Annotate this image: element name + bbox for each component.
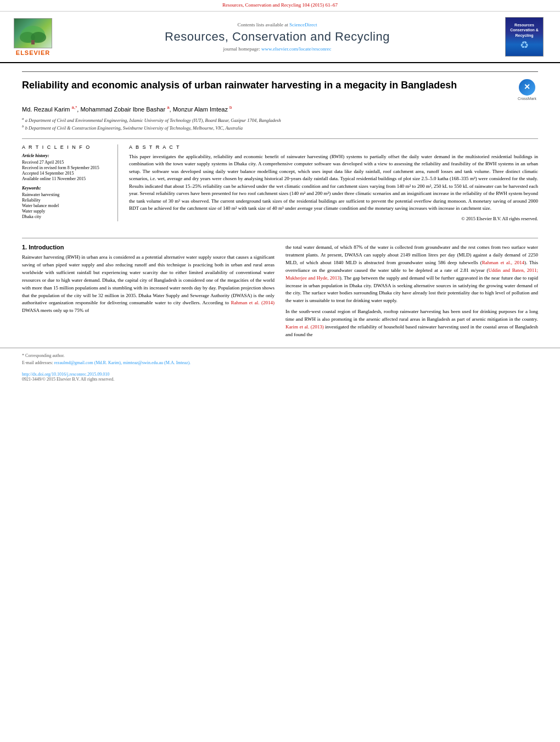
abstract-column: A B S T R A C T This paper investigates …: [129, 144, 538, 221]
keyword-2: Reliability: [22, 198, 111, 203]
resources-logo-box: ResourcesConservation &Recycling ♻: [505, 17, 544, 57]
article-history: Article history: Received 27 April 2015 …: [22, 153, 111, 181]
affiliation-a: a a Department of Civil and Environmenta…: [22, 116, 538, 124]
online-date: Available online 11 November 2015: [22, 176, 111, 181]
keyword-1: Rainwater harvesting: [22, 192, 111, 197]
contents-line: Contents lists available at ScienceDirec…: [66, 22, 489, 27]
resources-logo-text: ResourcesConservation &Recycling: [510, 23, 539, 37]
abstract-heading: A B S T R A C T: [129, 144, 538, 150]
elsevier-tree-icon: [16, 24, 49, 46]
sciencedirect-link[interactable]: ScienceDirect: [289, 22, 317, 27]
recycle-icon: ♻: [520, 39, 529, 51]
journal-homepage: journal homepage: www.elsevier.com/locat…: [66, 46, 489, 52]
history-subheading: Article history:: [22, 153, 111, 158]
resources-conservation-logo: ResourcesConservation &Recycling ♻: [500, 17, 544, 57]
elsevier-logo: ELSEVIER: [11, 18, 55, 56]
rahman-2014-ref-2[interactable]: Rahman et al., 2014: [482, 260, 524, 265]
keyword-4: Water supply: [22, 209, 111, 214]
article-content: Reliability and economic analysis of urb…: [0, 63, 560, 232]
footnotes-area: * Corresponding author. E-mail addresses…: [0, 348, 560, 370]
crossmark-badge[interactable]: ✕ CrossMark: [516, 79, 538, 101]
page-container: Resources, Conservation and Recycling 10…: [0, 0, 560, 742]
intro-paragraph-1: Rainwater harvesting (RWH) in urban area…: [22, 254, 275, 315]
section-divider: [22, 238, 538, 238]
body-section: 1. Introduction Rainwater harvesting (RW…: [0, 244, 560, 342]
rahman-2014-ref[interactable]: Rahman et al. (2014): [231, 300, 275, 305]
keywords-subheading: Keywords:: [22, 186, 111, 191]
keyword-5: Dhaka city: [22, 214, 111, 219]
corresponding-author-note: * Corresponding author.: [22, 353, 538, 359]
elsevier-logo-image: [14, 18, 52, 48]
crossmark-label: CrossMark: [518, 97, 536, 101]
crossmark-cross-icon: ✕: [524, 82, 530, 92]
karim-2013-ref[interactable]: Karim et al. (2013): [285, 324, 324, 330]
copyright-line: © 2015 Elsevier B.V. All rights reserved…: [129, 216, 538, 221]
article-info-heading: A R T I C L E I N F O: [22, 144, 111, 150]
accepted-date: Accepted 14 September 2015: [22, 171, 111, 176]
affiliation-b: b b Department of Civil & Construction E…: [22, 124, 538, 132]
email-links[interactable]: rezaulmd@gmail.com (Md.R. Karim), mimtea…: [54, 360, 191, 365]
journal-url-link[interactable]: www.elsevier.com/locate/resconrec: [261, 46, 331, 52]
footer-links: http://dx.doi.org/10.1016/j.resconrec.20…: [0, 370, 560, 382]
journal-header: ELSEVIER Contents lists available at Sci…: [0, 12, 560, 63]
keyword-3: Water balance model: [22, 203, 111, 208]
affiliations: a a Department of Civil and Environmenta…: [22, 116, 538, 132]
introduction-heading: 1. Introduction: [22, 244, 275, 250]
authors-line: Md. Rezaul Karim a,*, Mohammad Zobair Ib…: [22, 105, 538, 113]
body-right-column: the total water demand, of which 87% of …: [285, 244, 538, 342]
email-note: E-mail addresses: rezaulmd@gmail.com (Md…: [22, 360, 538, 366]
svg-rect-3: [31, 40, 35, 44]
received-date: Received 27 April 2015: [22, 160, 111, 165]
keywords-section: Keywords: Rainwater harvesting Reliabili…: [22, 186, 111, 219]
intro-paragraph-3: In the south-west coastal region of Bang…: [285, 308, 538, 339]
abstract-text: This paper investigates the applicabilit…: [129, 153, 538, 213]
article-title-section: Reliability and economic analysis of urb…: [22, 71, 538, 101]
journal-center: Contents lists available at ScienceDirec…: [55, 22, 500, 52]
uddin-ref[interactable]: Uddin and Baten, 2011; Mukherjee and Hyd…: [285, 267, 538, 281]
revised-date: Received in revised form 8 September 201…: [22, 165, 111, 170]
journal-title: Resources, Conservation and Recycling: [66, 30, 489, 44]
intro-paragraph-2: the total water demand, of which 87% of …: [285, 244, 538, 305]
journal-citation-text: Resources, Conservation and Recycling 10…: [222, 2, 338, 8]
article-info-column: A R T I C L E I N F O Article history: R…: [22, 144, 118, 221]
elsevier-wordmark: ELSEVIER: [16, 49, 50, 56]
body-left-column: 1. Introduction Rainwater harvesting (RW…: [22, 244, 275, 342]
article-title: Reliability and economic analysis of urb…: [22, 79, 516, 92]
doi-link[interactable]: http://dx.doi.org/10.1016/j.resconrec.20…: [22, 372, 538, 377]
info-abstract-columns: A R T I C L E I N F O Article history: R…: [22, 138, 538, 221]
issn-line: 0921-3449/© 2015 Elsevier B.V. All right…: [22, 377, 538, 382]
journal-citation-banner: Resources, Conservation and Recycling 10…: [0, 0, 560, 12]
crossmark-circle: ✕: [519, 79, 535, 96]
